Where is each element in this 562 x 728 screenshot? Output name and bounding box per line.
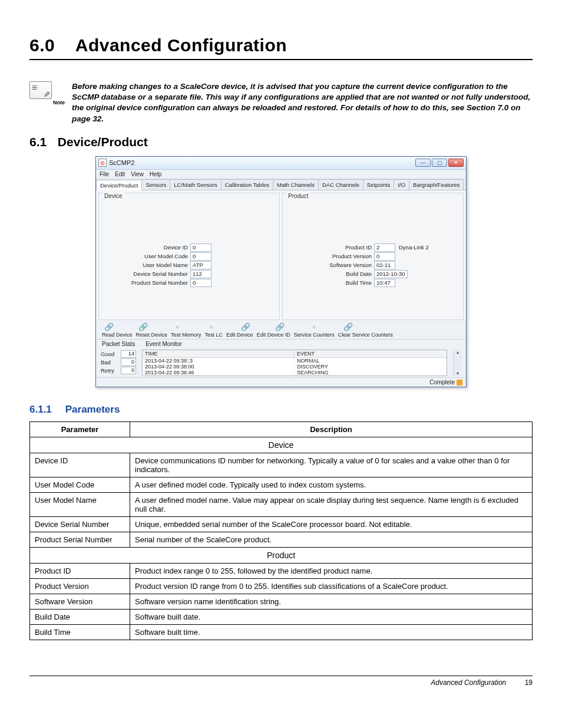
status-indicator-icon bbox=[457, 380, 462, 386]
note-icon bbox=[29, 81, 52, 99]
parameters-table: Parameter Description DeviceDevice IDDev… bbox=[29, 421, 533, 640]
field-label: Device Serial Number bbox=[99, 271, 190, 277]
field-value[interactable]: 2012-10-30 bbox=[374, 270, 408, 278]
read-device-icon[interactable]: 🔗 bbox=[104, 322, 114, 332]
edit-device-icon[interactable]: 🔗 bbox=[241, 322, 250, 332]
stat-label: Good bbox=[101, 351, 121, 357]
menu-edit[interactable]: Edit bbox=[115, 171, 125, 177]
field-label: Build Date bbox=[283, 271, 374, 277]
tab-lcmath-sensors[interactable]: LC/Math Sensors bbox=[170, 179, 221, 190]
table-group-row: Product bbox=[30, 548, 533, 564]
event-header-event: EVENT bbox=[295, 350, 447, 357]
tab-bargraph-features[interactable]: Bargraph/Features bbox=[409, 179, 464, 190]
param-name: Product Version bbox=[30, 579, 130, 594]
toolbar-label[interactable]: Service Counters bbox=[294, 332, 335, 338]
stat-label: Bad bbox=[101, 359, 121, 365]
event-scrollbar[interactable]: ▴▾ bbox=[453, 350, 461, 376]
toolbar-label[interactable]: Edit Device bbox=[226, 332, 253, 338]
param-description: Unique, embedded serial number of the Sc… bbox=[130, 517, 533, 532]
field-extra: Dyna-Link 2 bbox=[399, 244, 429, 251]
field-value[interactable]: 0 bbox=[374, 252, 395, 261]
reset-device-icon[interactable]: 🔗 bbox=[138, 322, 148, 332]
event-row: 2013-04-22 09:38::3NORMAL bbox=[143, 358, 447, 364]
toolbar-icons: 🔗 🔗 ▫ ▫ 🔗 🔗 ▫ 🔗 bbox=[96, 320, 466, 332]
table-row: Product IDProduct index range 0 to 255, … bbox=[30, 564, 533, 579]
section-heading: 6.1 Device/Product bbox=[29, 135, 533, 149]
tab-device-product[interactable]: Device/Product bbox=[96, 180, 142, 190]
note-text: Before making changes to a ScaleCore dev… bbox=[72, 81, 533, 124]
event-type: SEARCHING bbox=[295, 370, 447, 375]
tab-dac-channels[interactable]: DAC Channels bbox=[318, 179, 363, 190]
status-text: Complete bbox=[429, 379, 455, 386]
app-icon: ◎ bbox=[98, 159, 107, 167]
product-pane-title: Product bbox=[286, 193, 310, 199]
toolbar-label[interactable]: Test Memory bbox=[171, 332, 201, 338]
product-field-row: Build Date2012-10-30 bbox=[283, 270, 463, 278]
tab-sensors[interactable]: Sensors bbox=[141, 179, 170, 190]
product-field-row: Build Time10:47 bbox=[283, 279, 463, 287]
menu-help[interactable]: Help bbox=[150, 171, 162, 177]
event-row: 2013-04-22 09:36:46SEARCHING bbox=[143, 370, 447, 375]
table-group-label: Device bbox=[30, 437, 533, 453]
toolbar-label[interactable]: Read Device bbox=[102, 332, 133, 338]
minimize-button[interactable]: — bbox=[415, 159, 431, 167]
param-description: A user defined model name. Value may app… bbox=[130, 493, 533, 517]
device-field-row: User Model Code0 bbox=[99, 252, 279, 261]
maximize-button[interactable]: ▢ bbox=[432, 159, 447, 167]
close-button[interactable]: ✕ bbox=[448, 159, 464, 167]
packet-stats: Good14Bad0Retry0 bbox=[101, 350, 136, 376]
toolbar-label[interactable]: Edit Device ID bbox=[257, 332, 290, 338]
table-row: Product Serial NumberSerial number of th… bbox=[30, 532, 533, 548]
field-value[interactable]: ATP bbox=[190, 261, 211, 269]
table-row: Software VersionSoftware version name id… bbox=[30, 594, 533, 610]
field-value[interactable]: 0 bbox=[190, 279, 211, 287]
device-field-row: Device ID0 bbox=[99, 243, 279, 252]
field-value[interactable]: 10:47 bbox=[374, 279, 395, 287]
toolbar-label[interactable]: Reset Device bbox=[136, 332, 168, 338]
field-label: User Model Code bbox=[99, 253, 190, 259]
field-label: Product ID bbox=[283, 244, 374, 251]
stat-value: 0 bbox=[121, 358, 136, 366]
table-header-parameter: Parameter bbox=[30, 422, 130, 437]
event-row: 2013-04-22 09:38:00DISCOVERY bbox=[143, 364, 447, 370]
event-time: 2013-04-22 09:38:00 bbox=[143, 364, 295, 370]
tab-setpoints[interactable]: Setpoints bbox=[363, 179, 395, 190]
param-name: Device Serial Number bbox=[30, 517, 130, 532]
toolbar-label[interactable]: Test LC bbox=[205, 332, 223, 338]
tab-packet-stats[interactable]: Packet Stats bbox=[102, 341, 135, 347]
table-row: User Model NameA user defined model name… bbox=[30, 493, 533, 517]
field-value[interactable]: 02-11 bbox=[374, 261, 395, 269]
note-block: Note Before making changes to a ScaleCor… bbox=[29, 81, 533, 124]
table-row: Device Serial NumberUnique, embedded ser… bbox=[30, 517, 533, 532]
chapter-title: 6.0 Advanced Configuration bbox=[29, 35, 533, 60]
stat-value: 0 bbox=[121, 367, 136, 374]
field-value[interactable]: 0 bbox=[190, 252, 211, 261]
chapter-number: 6.0 bbox=[29, 35, 71, 55]
test-lc-icon[interactable]: ▫ bbox=[207, 322, 216, 332]
tab-calibration-tables[interactable]: Calibration Tables bbox=[221, 179, 273, 190]
toolbar-labels: Read DeviceReset DeviceTest MemoryTest L… bbox=[96, 332, 466, 340]
device-pane: Device Device ID0User Model Code0User Mo… bbox=[98, 193, 280, 320]
tab-io[interactable]: I/O bbox=[394, 179, 409, 190]
field-value[interactable]: 2 bbox=[374, 243, 395, 252]
param-name: Software Version bbox=[30, 594, 130, 610]
product-field-row: Product Version0 bbox=[283, 252, 463, 261]
field-label: Software Version bbox=[283, 262, 374, 268]
edit-device-id-icon[interactable]: 🔗 bbox=[275, 322, 285, 332]
menu-file[interactable]: File bbox=[100, 171, 109, 177]
param-description: A user defined model code. Typically use… bbox=[130, 477, 533, 493]
param-description: Software built date. bbox=[130, 610, 533, 625]
toolbar-label[interactable]: Clear Service Counters bbox=[338, 332, 393, 338]
field-value[interactable]: 112 bbox=[190, 270, 211, 278]
test-memory-icon[interactable]: ▫ bbox=[173, 322, 182, 332]
table-group-row: Device bbox=[30, 437, 533, 453]
service-counters-icon[interactable]: ▫ bbox=[309, 322, 319, 332]
table-header-description: Description bbox=[130, 422, 533, 437]
tab-event-monitor[interactable]: Event Monitor bbox=[146, 341, 182, 347]
device-field-row: Device Serial Number112 bbox=[99, 270, 279, 278]
menu-view[interactable]: View bbox=[131, 171, 144, 177]
tab-math-channels[interactable]: Math Channels bbox=[273, 179, 319, 190]
field-value[interactable]: 0 bbox=[190, 243, 211, 252]
clear-service-counters-icon[interactable]: 🔗 bbox=[343, 322, 353, 332]
device-pane-title: Device bbox=[103, 193, 124, 199]
